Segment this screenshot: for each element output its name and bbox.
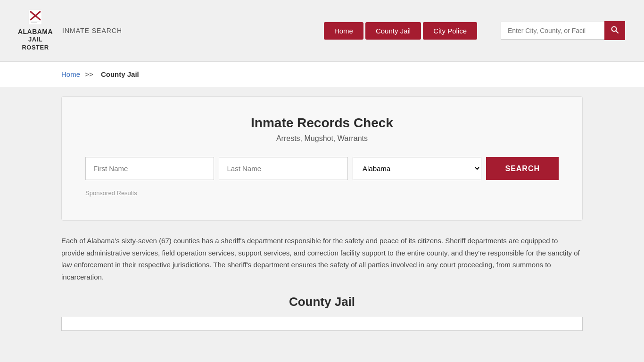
records-card-subtitle: Arrests, Mugshot, Warrants [85,134,559,143]
search-icon [611,26,619,33]
logo-text: ALABAMA JAIL ROSTER [18,27,53,52]
logo-image: ALABAMA JAIL ROSTER [19,9,52,52]
county-jail-section-title: County Jail [61,295,583,309]
main-content: Inmate Records Check Arrests, Mugshot, W… [0,87,644,340]
state-select[interactable]: Alabama [353,157,481,180]
header-search-button[interactable] [604,21,625,40]
records-card: Inmate Records Check Arrests, Mugshot, W… [61,96,583,221]
main-nav: Home County Jail City Police [324,22,477,40]
last-name-input[interactable] [219,157,347,180]
inmate-search-button[interactable]: SEARCH [486,157,559,180]
sponsored-label: Sponsored Results [85,189,559,197]
breadcrumb: Home >> County Jail [0,62,644,87]
logo-icon [21,9,50,25]
table-col-1 [62,317,235,330]
header-search-input[interactable] [501,22,604,40]
first-name-input[interactable] [85,157,214,180]
nav-home-button[interactable]: Home [324,22,363,40]
svg-line-6 [616,31,619,33]
records-card-title: Inmate Records Check [85,115,559,131]
inmate-search-label: INMATE SEARCH [62,27,122,34]
table-col-2 [235,317,409,330]
county-jail-table-preview [61,317,583,331]
site-header: ALABAMA JAIL ROSTER INMATE SEARCH Home C… [0,0,644,62]
nav-county-jail-button[interactable]: County Jail [365,22,421,40]
breadcrumb-home-link[interactable]: Home [61,70,80,78]
table-col-3 [409,317,582,330]
county-description: Each of Alabama's sixty-seven (67) count… [61,235,583,283]
logo-area: ALABAMA JAIL ROSTER INMATE SEARCH [19,9,122,52]
inmate-search-form: Alabama SEARCH [85,157,559,180]
nav-city-police-button[interactable]: City Police [423,22,477,40]
header-search-bar [501,21,625,40]
breadcrumb-current: County Jail [101,70,139,78]
breadcrumb-separator: >> [85,70,93,78]
